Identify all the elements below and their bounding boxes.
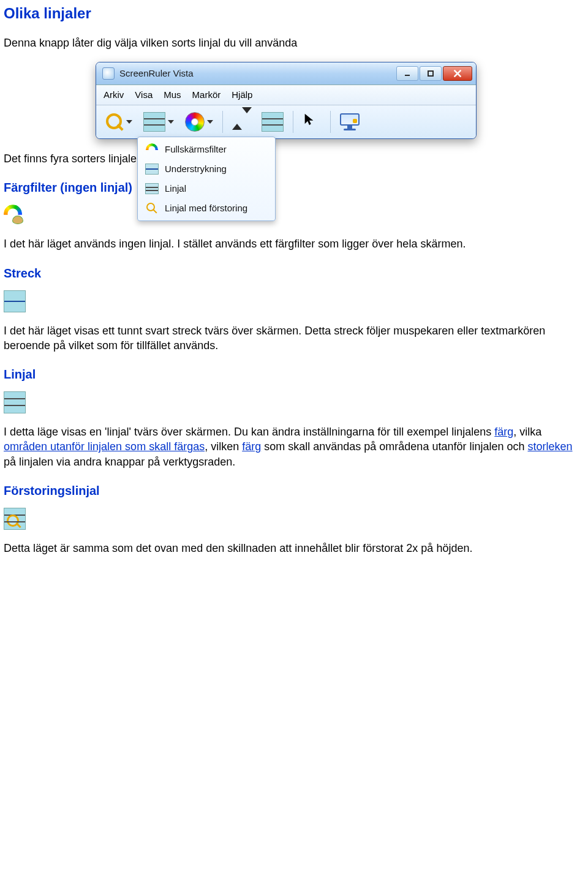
link-omraden[interactable]: områden utanför linjalen som skall färga…: [4, 440, 205, 453]
dropdown-item-ruler[interactable]: Linjal: [139, 179, 274, 198]
toolbar: Fullskärmsfilter Understrykning Linjal L…: [96, 105, 476, 138]
caret-icon: [207, 120, 213, 124]
caret-icon: [168, 120, 174, 124]
ruler-magnifier-icon: [4, 508, 26, 530]
toolbar-separator: [222, 111, 223, 133]
underline-icon: [4, 290, 26, 312]
bars-icon: [145, 183, 159, 194]
monitor-icon: [340, 113, 360, 130]
window-titlebar: ScreenRuler Vista: [96, 62, 476, 85]
heading-forstoringslinjal: Förstoringslinjal: [4, 483, 584, 499]
menu-mus[interactable]: Mus: [164, 89, 181, 101]
linjal-text-mid3: som skall användas på områdena utanför l…: [261, 440, 527, 453]
linjal-text-pre: I detta läge visas en 'linjal' tvärs öve…: [4, 426, 494, 438]
menu-hjalp[interactable]: Hjälp: [232, 89, 252, 101]
link-storleken[interactable]: storleken: [528, 440, 573, 453]
magnifier-icon: [105, 113, 124, 131]
menu-visa[interactable]: Visa: [135, 89, 153, 101]
ruler-bars-icon: [262, 112, 284, 132]
window-title: ScreenRuler Vista: [119, 67, 396, 80]
rainbow-icon: [146, 143, 158, 156]
menu-arkiv[interactable]: Arkiv: [104, 89, 124, 101]
link-farg[interactable]: färg: [494, 426, 513, 438]
heading-streck: Streck: [4, 265, 584, 282]
toolbar-ruler-button[interactable]: [257, 109, 288, 135]
heading-linjal: Linjal: [4, 366, 584, 383]
intro-paragraph: Denna knapp låter dig välja vilken sorts…: [4, 36, 584, 50]
app-icon: [102, 67, 115, 80]
svg-rect-0: [405, 75, 410, 76]
dropdown-label: Fullskärmsfilter: [165, 143, 227, 156]
fargfilter-paragraph: I det här läget används ingen linjal. I …: [4, 236, 584, 251]
linjal-text-mid1: , vilka: [513, 426, 541, 438]
caret-icon: [126, 120, 132, 124]
dropdown-item-underline[interactable]: Understrykning: [139, 159, 274, 179]
magnifier-small-icon: [146, 202, 158, 214]
linjal-text-mid2: , vilken: [205, 440, 242, 453]
heading-fargfilter: Färgfilter (ingen linjal): [4, 179, 584, 196]
triangles-icon: [232, 113, 251, 131]
toolbar-size-button[interactable]: [228, 109, 255, 135]
linjal-paragraph: I detta läge visas en 'linjal' tvärs öve…: [4, 424, 584, 469]
menubar: Arkiv Visa Mus Markör Hjälp: [96, 85, 476, 105]
window-buttons: [396, 66, 472, 81]
toolbar-magnifier-button[interactable]: [101, 109, 137, 135]
heading-olika-linjaler: Olika linjaler: [4, 4, 584, 23]
toolbar-ruler-mode-button[interactable]: Fullskärmsfilter Understrykning Linjal L…: [139, 109, 178, 135]
dropdown-item-ruler-mag[interactable]: Linjal med förstoring: [139, 198, 274, 218]
rainbow-palette-icon: [4, 205, 24, 225]
streck-paragraph: I det här läget visas ett tunnt svart st…: [4, 323, 584, 353]
toolbar-cursor-button[interactable]: [298, 109, 325, 135]
toolbar-separator: [293, 111, 293, 133]
four-types-paragraph: Det finns fyra sorters linjaler:: [4, 151, 584, 166]
maximize-button[interactable]: [420, 66, 442, 81]
ruler-icon: [4, 391, 26, 413]
minimize-button[interactable]: [396, 66, 418, 81]
dropdown-label: Understrykning: [165, 163, 227, 175]
toolbar-monitor-button[interactable]: [336, 109, 364, 135]
ruler-mode-dropdown: Fullskärmsfilter Understrykning Linjal L…: [137, 137, 276, 221]
dropdown-label: Linjal med förstoring: [165, 202, 247, 214]
cursor-icon: [303, 113, 321, 131]
toolbar-separator: [330, 111, 331, 133]
toolbar-color-button[interactable]: [181, 109, 217, 135]
forstoring-paragraph: Detta läget är samma som det ovan med de…: [4, 541, 584, 556]
close-button[interactable]: [443, 66, 472, 81]
menu-markor[interactable]: Markör: [192, 89, 221, 101]
dropdown-item-fullscreen[interactable]: Fullskärmsfilter: [139, 140, 274, 159]
dropdown-label: Linjal: [165, 183, 186, 195]
linjal-text-post: på linjalen via andra knappar på verktyg…: [4, 456, 235, 468]
underline-icon: [145, 164, 159, 175]
color-wheel-icon: [185, 112, 205, 132]
screenruler-window: ScreenRuler Vista Arkiv Visa Mus Markör …: [96, 62, 477, 139]
link-farg-2[interactable]: färg: [242, 440, 261, 453]
ruler-bars-icon: [143, 112, 165, 132]
svg-rect-1: [428, 71, 433, 76]
